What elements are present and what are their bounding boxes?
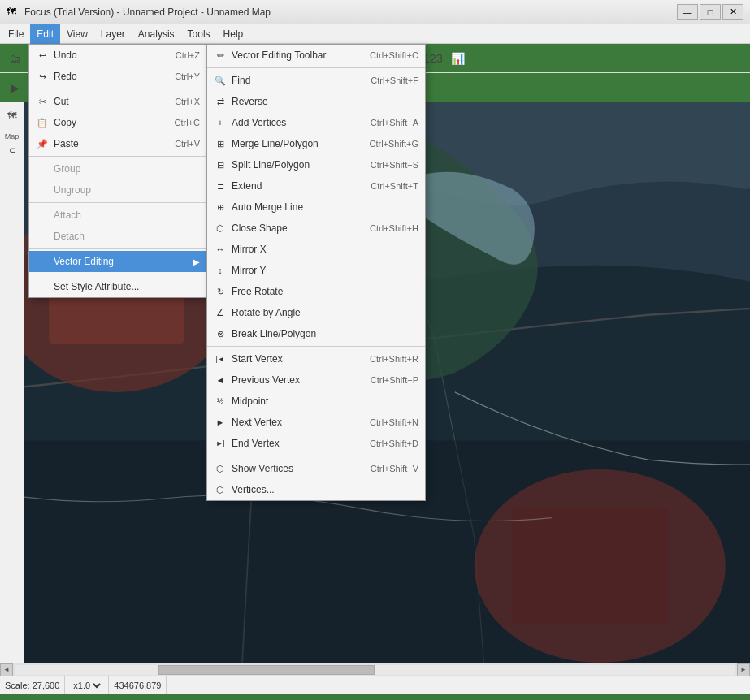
prev-vertex-item[interactable]: ◄ Previous Vertex Ctrl+Shift+P: [207, 369, 425, 391]
menu-tools[interactable]: Tools: [181, 24, 217, 44]
vector-submenu: ✏ Vector Editing Toolbar Ctrl+Shift+C 🔍 …: [206, 44, 426, 501]
edit-dropdown: ↩ Undo Ctrl+Z ↪ Redo Ctrl+Y ✂ Cut Ctrl+X…: [28, 44, 207, 298]
vertices-item[interactable]: ⬡ Vertices...: [207, 479, 425, 500]
merge-line-label: Merge Line/Polygon: [232, 138, 319, 149]
start-vertex-icon: |◄: [214, 352, 227, 365]
menu-layer[interactable]: Layer: [94, 24, 132, 44]
prev-vertex-icon: ◄: [214, 374, 227, 387]
add-vertices-item[interactable]: + Add Vertices Ctrl+Shift+A: [207, 112, 425, 133]
menubar: File Edit View Layer Analysis Tools Help: [0, 24, 750, 44]
reverse-item[interactable]: ⇄ Reverse: [207, 91, 425, 112]
mirror-x-icon: ↔: [214, 243, 227, 256]
titlebar: 🗺 Focus (Trial Version) - Unnamed Projec…: [0, 0, 750, 24]
menu-edit[interactable]: Edit: [30, 24, 60, 44]
auto-merge-item[interactable]: ⊕ Auto Merge Line: [207, 197, 425, 218]
window-title: Focus (Trial Version) - Unnamed Project …: [24, 6, 743, 18]
free-rotate-icon: ↻: [214, 285, 227, 298]
merge-line-icon: ⊞: [214, 137, 227, 150]
ungroup-label: Ungroup: [54, 184, 91, 196]
copy-label: Copy: [54, 117, 76, 128]
vector-toolbar-item[interactable]: ✏ Vector Editing Toolbar Ctrl+Shift+C: [207, 45, 425, 66]
left-panel: 🗺 Map U: [0, 102, 24, 663]
auto-merge-label: Auto Merge Line: [232, 201, 303, 213]
menu-copy[interactable]: 📋 Copy Ctrl+C: [29, 112, 206, 133]
close-shape-shortcut: Ctrl+Shift+H: [370, 223, 418, 233]
zoom-select[interactable]: x1.0 x2.0 x0.5: [70, 680, 103, 691]
menu-paste[interactable]: 📌 Paste Ctrl+V: [29, 133, 206, 154]
midpoint-label: Midpoint: [232, 395, 268, 407]
mirror-y-icon: ↕: [214, 264, 227, 277]
minimize-button[interactable]: —: [677, 4, 698, 20]
menu-group[interactable]: Group: [29, 158, 206, 179]
menu-attach[interactable]: Attach: [29, 205, 206, 226]
end-vertex-label: End Vertex: [232, 438, 280, 449]
vector-editing-label: Vector Editing: [54, 256, 114, 267]
split-line-label: Split Line/Polygon: [232, 159, 310, 171]
menu-ungroup[interactable]: Ungroup: [29, 179, 206, 201]
close-shape-label: Close Shape: [232, 223, 288, 234]
menu-cut[interactable]: ✂ Cut Ctrl+X: [29, 91, 206, 112]
close-shape-item[interactable]: ⬡ Close Shape Ctrl+Shift+H: [207, 218, 425, 239]
menu-undo[interactable]: ↩ Undo Ctrl+Z: [29, 45, 206, 66]
coordinates-value: 434676.879: [114, 681, 161, 690]
select2-btn[interactable]: ▶: [3, 76, 26, 99]
hscrollbar-track[interactable]: [15, 665, 735, 675]
hscrollbar-thumb[interactable]: [158, 665, 375, 675]
free-rotate-item[interactable]: ↻ Free Rotate: [207, 281, 425, 302]
find-shortcut: Ctrl+Shift+F: [371, 76, 418, 85]
rotate-angle-item[interactable]: ∠ Rotate by Angle: [207, 302, 425, 323]
scroll-right-btn[interactable]: ►: [737, 663, 750, 676]
end-vertex-icon: ►|: [214, 437, 227, 450]
vector-icon-placeholder: [36, 255, 49, 268]
attach-icon-placeholder: [36, 209, 49, 222]
break-line-item[interactable]: ⊗ Break Line/Polygon: [207, 323, 425, 344]
graph-btn[interactable]: 📊: [446, 47, 469, 70]
menu-vector-editing[interactable]: Vector Editing ▶: [29, 251, 206, 272]
group-label: Group: [54, 163, 80, 175]
maximize-button[interactable]: □: [700, 4, 721, 20]
reverse-label: Reverse: [232, 96, 268, 107]
extend-icon: ⊐: [214, 179, 227, 192]
menu-analysis[interactable]: Analysis: [132, 24, 181, 44]
menu-detach[interactable]: Detach: [29, 226, 206, 247]
show-vertices-label: Show Vertices: [232, 463, 293, 474]
statusbar: Scale: 27,600 x1.0 x2.0 x0.5 434676.879: [0, 676, 750, 694]
layer-tree-btn[interactable]: 🗺: [2, 106, 22, 125]
find-label: Find: [232, 75, 250, 86]
undo-shortcut: Ctrl+Z: [176, 50, 200, 60]
close-button[interactable]: ✕: [722, 4, 743, 20]
scroll-left-btn[interactable]: ◄: [0, 663, 13, 676]
vsep-2: [207, 346, 425, 347]
merge-line-item[interactable]: ⊞ Merge Line/Polygon Ctrl+Shift+G: [207, 133, 425, 154]
panel-label: U: [8, 148, 16, 153]
undo-label: Undo: [54, 50, 77, 61]
vertices-icon: ⬡: [214, 483, 227, 496]
menu-view[interactable]: View: [60, 24, 94, 44]
detach-icon-placeholder: [36, 230, 49, 243]
sep-4: [29, 248, 206, 249]
menu-redo[interactable]: ↪ Redo Ctrl+Y: [29, 66, 206, 87]
paste-icon: 📌: [36, 137, 49, 150]
split-line-icon: ⊟: [214, 158, 227, 171]
mirror-x-item[interactable]: ↔ Mirror X: [207, 239, 425, 260]
ungroup-icon-placeholder: [36, 184, 49, 197]
extend-item[interactable]: ⊐ Extend Ctrl+Shift+T: [207, 175, 425, 197]
next-vertex-item[interactable]: ► Next Vertex Ctrl+Shift+N: [207, 412, 425, 433]
menu-help[interactable]: Help: [217, 24, 250, 44]
map-label[interactable]: Map: [2, 127, 22, 146]
map-layers-btn[interactable]: 🗂: [3, 47, 26, 70]
break-line-icon: ⊗: [214, 327, 227, 340]
end-vertex-item[interactable]: ►| End Vertex Ctrl+Shift+D: [207, 433, 425, 454]
midpoint-item[interactable]: ½ Midpoint: [207, 391, 425, 412]
show-vertices-item[interactable]: ⬡ Show Vertices Ctrl+Shift+V: [207, 458, 425, 479]
hscrollbar[interactable]: ◄ ►: [0, 663, 750, 676]
vector-arrow-icon: ▶: [193, 257, 200, 266]
midpoint-icon: ½: [214, 395, 227, 408]
menu-file[interactable]: File: [2, 24, 30, 44]
start-vertex-item[interactable]: |◄ Start Vertex Ctrl+Shift+R: [207, 348, 425, 369]
mirror-y-item[interactable]: ↕ Mirror Y: [207, 260, 425, 281]
vsep-3: [207, 456, 425, 456]
find-item[interactable]: 🔍 Find Ctrl+Shift+F: [207, 70, 425, 91]
menu-set-style[interactable]: Set Style Attribute...: [29, 276, 206, 297]
split-line-item[interactable]: ⊟ Split Line/Polygon Ctrl+Shift+S: [207, 154, 425, 175]
